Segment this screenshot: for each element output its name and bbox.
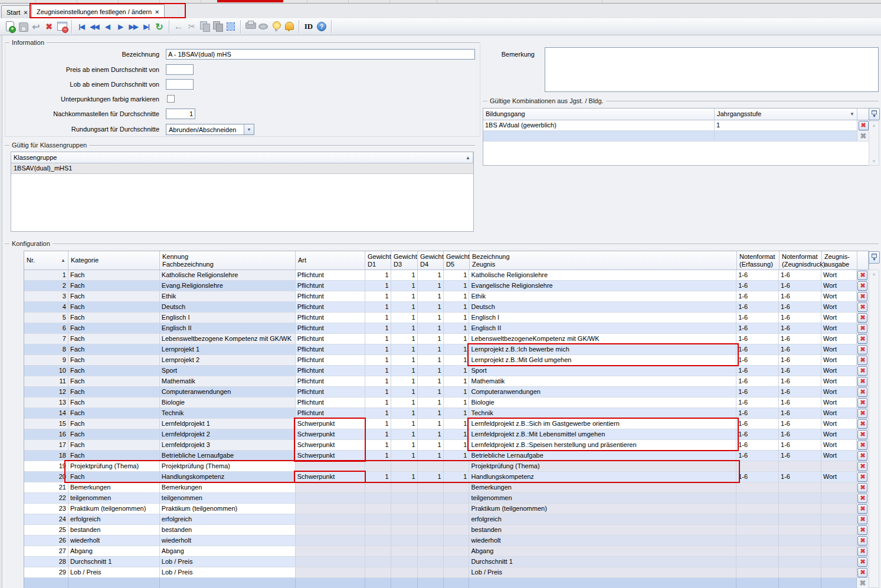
cell-art[interactable]: Pflichtunt [296, 408, 365, 419]
cell-gewicht-d4[interactable]: 1 [418, 323, 444, 334]
config-row[interactable]: 2FachEvang.ReligionslehrePflichtunt1111E… [24, 281, 869, 291]
cell-bezeichnung-zeugnis[interactable]: Englisch II [469, 323, 736, 334]
cell-gewicht-d4[interactable]: 1 [418, 429, 444, 440]
column-header-notenformat-zeugnisdruck[interactable]: Notenformat (Zeugnisdruck) [780, 251, 822, 270]
column-header-gewicht-d1[interactable]: Gewicht D1 [365, 251, 391, 270]
cell-notenformat-erfassung[interactable]: 1-6 [736, 302, 779, 313]
cell-art[interactable]: Schwerpunkt [296, 451, 365, 461]
back-icon[interactable]: ← [172, 20, 185, 33]
cell-art-empty[interactable] [296, 578, 365, 588]
cell-bezeichnung-zeugnis[interactable]: Lernprojekt z.B.:Ich bewerbe mich [469, 344, 736, 355]
cell-art[interactable]: Pflichtunt [296, 344, 365, 355]
column-header-notenformat-erfassung[interactable]: Notenformat (Erfassung) [737, 251, 780, 270]
cell-gewicht-d4[interactable]: 1 [418, 472, 444, 482]
cell-zeugnisausgabe[interactable]: Wort [821, 376, 857, 387]
cell-bezeichnung-zeugnis[interactable]: Englisch I [469, 313, 736, 323]
column-header-bezeichnung-zeugnis[interactable]: Bezeichnung Zeugnis [470, 251, 737, 270]
config-row[interactable]: 25bestandenbestandenbestanden✖ [24, 525, 869, 536]
delete-row-button[interactable]: ✖ [857, 451, 867, 461]
scroll-up-icon[interactable]: ▲ [872, 271, 876, 277]
cell-gewicht-d1[interactable]: 1 [365, 366, 391, 376]
cell-art[interactable]: Pflichtunt [296, 313, 365, 323]
cell-gewicht-d5[interactable]: 1 [444, 281, 470, 291]
cell-gewicht-d5[interactable]: 1 [444, 334, 470, 344]
config-row[interactable]: 5FachEnglisch IPflichtunt1111Englisch I1… [24, 313, 869, 323]
cell-zeugnisausgabe[interactable]: Wort [821, 281, 857, 291]
config-row[interactable]: 20FachHandlungskompetenzSchwerpunkt1111H… [24, 472, 869, 482]
cell-gewicht-d1-empty[interactable] [365, 578, 391, 588]
cell-zeugnisausgabe[interactable]: Wort [821, 334, 857, 344]
bezeichnung-input[interactable] [166, 49, 475, 60]
cell-notenformat-erfassung[interactable]: 1-6 [736, 344, 779, 355]
print-button[interactable] [244, 20, 257, 33]
cell-notenformat-zeugnisdruck[interactable]: 1-6 [779, 398, 821, 408]
cell-art[interactable]: Pflichtunt [296, 366, 365, 376]
column-header-jahrgangsstufe[interactable]: Jahrgangsstufe▼ [715, 109, 857, 120]
cell-gewicht-d3[interactable]: 1 [391, 355, 418, 366]
cell-gewicht-d1[interactable]: 1 [365, 270, 391, 281]
cell-notenformat-zeugnisdruck[interactable]: 1-6 [779, 281, 821, 291]
delete-row-button[interactable]: ✖ [857, 366, 867, 376]
cell-notenformat-zeugnisdruck[interactable]: 1-6 [779, 429, 821, 440]
cell-gewicht-d4[interactable]: 1 [418, 366, 444, 376]
cell-notenformat-zeugnisdruck[interactable]: 1-6 [779, 313, 821, 323]
cell-gewicht-d1[interactable]: 1 [365, 387, 391, 398]
cell-jahrgangsstufe[interactable]: 1 [715, 120, 857, 131]
cell-gewicht-d5[interactable]: 1 [444, 344, 470, 355]
cell-bezeichnung-zeugnis[interactable]: Lernfeldprojekt z.B.:Speisen herstellung… [469, 440, 736, 451]
delete-row-button[interactable]: ✖ [857, 303, 867, 312]
column-header-kennung[interactable]: Kennung Fachbezeichnung [160, 251, 296, 270]
column-header-nr[interactable]: Nr.▲ [24, 251, 68, 270]
delete-row-button[interactable]: ✖ [857, 419, 867, 429]
cell-gewicht-d3[interactable]: 1 [391, 344, 418, 355]
cell-gewicht-d1[interactable]: 1 [365, 419, 391, 429]
column-header-art[interactable]: Art [296, 251, 365, 270]
cell-notenformat-zeugnisdruck[interactable]: 1-6 [779, 419, 821, 429]
cell-zeugnisausgabe[interactable]: Wort [821, 270, 857, 281]
cell-gewicht-d5[interactable]: 1 [444, 270, 470, 281]
cell-gewicht-d1[interactable]: 1 [365, 302, 391, 313]
cell-notenformat-erfassung[interactable]: 1-6 [736, 270, 779, 281]
chevron-down-icon[interactable]: ▼ [244, 124, 254, 134]
cell-gewicht-d3-empty[interactable] [391, 578, 418, 588]
config-row[interactable]: 8FachLernprojekt 1Pflichtunt1111Lernproj… [24, 344, 869, 355]
preis-input[interactable] [166, 64, 194, 75]
cell-notenformat-erfassung[interactable]: 1-6 [736, 376, 779, 387]
cell-gewicht-d3[interactable]: 1 [391, 440, 418, 451]
config-row[interactable]: 10FachSportPflichtunt1111Sport1-61-6Wort… [24, 366, 869, 376]
cell-bezeichnung-zeugnis-empty[interactable] [469, 578, 736, 588]
delete-row-button[interactable]: ✖ [857, 398, 867, 408]
cell-gewicht-d1[interactable]: 1 [365, 334, 391, 344]
cell-zeugnisausgabe[interactable]: Wort [821, 472, 857, 482]
cell-notenformat-erfassung[interactable]: 1-6 [736, 313, 779, 323]
config-row[interactable]: 26wiederholtwiederholtwiederholt✖ [24, 536, 869, 546]
cell-art[interactable]: Pflichtunt [296, 270, 365, 281]
cell-gewicht-d5[interactable]: 1 [444, 419, 470, 429]
cell-notenformat-zeugnisdruck[interactable]: 1-6 [779, 323, 821, 334]
cell-kennung-empty[interactable] [160, 578, 296, 588]
notification-bell-button[interactable] [283, 20, 296, 33]
lob-input[interactable] [166, 79, 194, 90]
hint-lightbulb-button[interactable] [270, 20, 283, 33]
cell-gewicht-d3[interactable]: 1 [391, 323, 418, 334]
cell-bildungsgang-empty[interactable] [483, 131, 715, 142]
config-row[interactable]: 7FachLebensweltbezogene Kompetenz mit GK… [24, 334, 869, 344]
config-row[interactable]: 22teilgenommenteilgenommenteilgenommen✖ [24, 493, 869, 504]
cell-gewicht-d4[interactable]: 1 [418, 408, 444, 419]
cell-zeugnisausgabe-empty[interactable] [821, 578, 857, 588]
cell-gewicht-d4[interactable]: 1 [418, 302, 444, 313]
id-button[interactable]: ID [302, 20, 315, 33]
delete-row-button[interactable]: ✖ [857, 271, 867, 280]
cell-gewicht-d4[interactable]: 1 [418, 270, 444, 281]
cell-notenformat-zeugnisdruck-empty[interactable] [779, 578, 821, 588]
cell-art[interactable]: Pflichtunt [296, 323, 365, 334]
nav-next-icon[interactable]: ▶ [114, 20, 127, 33]
delete-row-button[interactable]: ✖ [857, 281, 867, 291]
kombinationen-scrollbar[interactable]: ▲ ▼ [869, 121, 879, 166]
cell-bezeichnung-zeugnis[interactable]: Ethik [469, 291, 736, 302]
cell-gewicht-d3[interactable]: 1 [391, 270, 418, 281]
cell-notenformat-erfassung[interactable]: 1-6 [736, 419, 779, 429]
config-row[interactable]: 27AbgangAbgangAbgang✖ [24, 546, 869, 557]
cell-gewicht-d4[interactable]: 1 [418, 387, 444, 398]
cell-art[interactable]: Pflichtunt [296, 291, 365, 302]
